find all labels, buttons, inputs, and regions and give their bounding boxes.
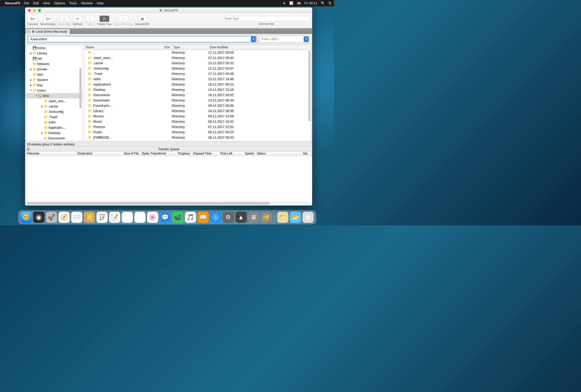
path-dropdown-button[interactable]: ▼ — [251, 36, 256, 42]
tree-item[interactable]: 💾home — [26, 45, 82, 51]
dock-contacts[interactable]: 📒 — [84, 212, 95, 223]
tree-item[interactable]: 📁Adlm — [26, 120, 82, 125]
menu-view[interactable]: View — [43, 1, 50, 5]
dock-safari[interactable]: 🧭 — [58, 212, 70, 223]
queue-close-icon[interactable]: × — [26, 147, 30, 151]
qcol-sta[interactable]: Sta — [301, 151, 312, 156]
qcol-status[interactable]: Status — [255, 151, 301, 156]
tree-item[interactable]: ▶📁private — [26, 67, 82, 72]
folder-tree-button[interactable]: ☷Folder Tree — [97, 16, 111, 26]
window-titlebar[interactable]: 🖥SecureFX — [25, 8, 312, 13]
dock-notes[interactable]: 📝 — [109, 212, 120, 223]
tree-item[interactable]: 💾net — [26, 56, 82, 61]
file-scrollbar[interactable] — [308, 50, 310, 121]
qcol-speed[interactable]: Speed — [234, 151, 255, 156]
qcol-filename[interactable]: Filename — [25, 151, 76, 156]
dock-calendar[interactable]: НОЯБ17 — [96, 212, 107, 223]
tree-scrollbar[interactable] — [79, 68, 81, 108]
tree-item[interactable]: ▶📁System — [26, 77, 82, 82]
dock-photos[interactable]: 🌸 — [147, 212, 158, 223]
file-row[interactable]: 📁.bash_sess...Directory07.11.2017 09:40 — [84, 55, 311, 60]
dock-maps[interactable]: 🗺 — [134, 212, 145, 223]
tree-item[interactable]: ▼📁Users — [26, 88, 82, 93]
dock-siri[interactable]: ◉ — [33, 212, 44, 223]
dock-trash[interactable]: 🗑 — [302, 212, 314, 223]
file-row[interactable]: 📁ApplicationsDirectory16.11.2017 00:23 — [84, 82, 311, 87]
qcol-timeleft[interactable]: Time Left — [214, 151, 234, 156]
tree-item[interactable]: ▶📁.cache — [26, 104, 82, 109]
file-row[interactable]: 📁DownloadsDirectory13.11.2017 06:34 — [84, 98, 311, 103]
dock-launchpad[interactable]: 🚀 — [46, 212, 57, 223]
menu-window[interactable]: Window — [81, 1, 93, 5]
col-name[interactable]: Name — [84, 45, 158, 50]
col-size[interactable]: Size — [158, 45, 172, 50]
tree-item[interactable]: 📁sbin — [26, 72, 82, 77]
file-row[interactable]: 📁..Directory17.11.2017 00:05 — [84, 50, 311, 55]
app-menu[interactable]: SecureFX — [5, 1, 20, 5]
connect-button[interactable]: ⚙▾Connect — [27, 16, 38, 26]
menu-list-icon[interactable]: ☰ — [328, 1, 331, 5]
synchronize-button[interactable]: ⇅▾Synchronize — [40, 16, 56, 26]
filter-dropdown-button[interactable]: ▼ — [304, 36, 309, 42]
hscroll-thumb[interactable] — [27, 202, 270, 205]
col-date[interactable]: Date Modified — [208, 45, 311, 50]
dock-reminders[interactable]: ☰ — [122, 212, 133, 223]
tab-local[interactable]: × 🖥 Local (Dmxs-Mac.local) — [26, 29, 70, 34]
securecrt-button[interactable]: ▣SecureCRT — [135, 16, 149, 26]
file-row[interactable]: 📁.fontconfigDirectory11.11.2017 03:37 — [84, 66, 311, 71]
file-row[interactable]: 📁AdlmDirectory13.11.2017 14:48 — [84, 76, 311, 82]
tree-item[interactable]: ▼🏠dmx — [26, 93, 82, 98]
qcol-destination[interactable]: Destination — [76, 151, 121, 156]
airplay-icon[interactable]: ⬜ — [289, 1, 293, 5]
qcol-size[interactable]: Size of File — [121, 151, 141, 156]
dock-ibooks[interactable]: 📖 — [197, 212, 209, 223]
file-row[interactable]: 📁{FBBB23B...Directory06.11.2017 09:30 — [84, 135, 311, 140]
file-row[interactable]: 📁FoundryAn...Directory09.11.2017 00:00 — [84, 103, 311, 108]
dock-messages[interactable]: 💬 — [160, 212, 171, 223]
dock-mail[interactable]: ✉️ — [71, 212, 82, 223]
tree-item[interactable]: ▶📁Desktop — [26, 130, 82, 136]
dock-folder1[interactable]: 📁 — [277, 212, 288, 223]
dock-securefx[interactable]: 🖥 — [248, 212, 259, 223]
tree-item[interactable]: 📁Applicatio... — [26, 125, 82, 130]
tree-item[interactable]: ▶📁tmp — [26, 82, 82, 88]
tree-item[interactable]: ▶📁Library — [26, 51, 82, 56]
tree-item[interactable]: 📁.fontconfig — [26, 109, 82, 114]
file-row[interactable]: 📁PicturesDirectory07.11.2017 22:52 — [84, 124, 311, 129]
col-type[interactable]: Type — [172, 45, 208, 50]
minimize-button[interactable] — [33, 9, 36, 12]
qcol-progress[interactable]: Progress — [169, 151, 192, 156]
filter-placeholder[interactable]: Filter <⌘F> — [260, 37, 303, 41]
dock-securecrt[interactable]: 🔐 — [261, 212, 272, 223]
file-row[interactable]: 📁DesktopDirectory13.11.2017 10:26 — [84, 87, 311, 92]
dock-preferences[interactable]: ⚙ — [223, 212, 234, 223]
menu-options[interactable]: Options — [54, 1, 65, 5]
dock-app1[interactable]: ▲ — [235, 212, 247, 223]
dock-appstore[interactable]: Ⓐ — [210, 212, 221, 223]
menu-file[interactable]: File — [24, 1, 29, 5]
file-row[interactable]: 📁.TrashDirectory17.11.2017 00:05 — [84, 71, 311, 76]
file-row[interactable]: 📁MoviesDirectory09.11.2017 10:09 — [84, 114, 311, 119]
tree-item[interactable]: 📁Documents — [26, 136, 82, 141]
close-button[interactable] — [28, 9, 31, 12]
dock-finder[interactable]: 😊 — [20, 212, 32, 223]
input-flag-icon[interactable]: 🇺🇸 — [297, 1, 301, 5]
path-input[interactable] — [28, 37, 250, 41]
file-row[interactable]: 📁.cacheDirectory13.11.2017 05:32 — [84, 60, 311, 66]
menu-tools[interactable]: Tools — [69, 1, 77, 5]
dock-itunes[interactable]: 🎵 — [185, 212, 196, 223]
window-hscroll[interactable] — [25, 201, 312, 205]
qcol-bytes[interactable]: Bytes Transferred — [141, 151, 169, 156]
spotlight-icon[interactable]: 🔍 — [321, 1, 325, 5]
tree-item[interactable]: 📁.Trash — [26, 114, 82, 120]
host-input[interactable] — [222, 16, 310, 21]
tree-item[interactable]: 📁Network — [26, 61, 82, 67]
dock-facetime[interactable]: 📹 — [172, 212, 183, 223]
menu-help[interactable]: Help — [97, 1, 104, 5]
qcol-elapsed[interactable]: Elapsed Time — [192, 151, 214, 156]
menu-edit[interactable]: Edit — [33, 1, 39, 5]
zoom-button[interactable] — [38, 9, 41, 12]
file-row[interactable]: 📁DocumentsDirectory16.11.2017 00:02 — [84, 92, 311, 98]
file-row[interactable]: 📁PublicDirectory06.11.2017 05:23 — [84, 129, 311, 135]
refresh-button[interactable]: ⟳Refresh — [73, 16, 83, 26]
